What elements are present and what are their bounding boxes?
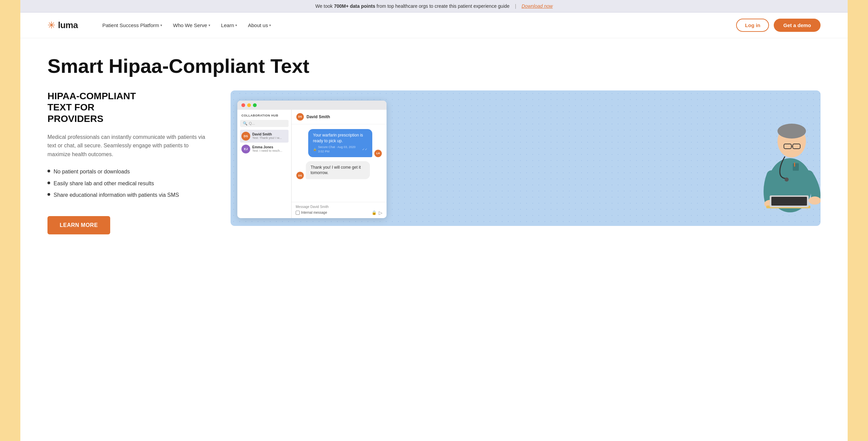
logo-text: luma bbox=[58, 20, 78, 30]
nav-item-learn[interactable]: Learn ▾ bbox=[217, 20, 241, 31]
chat-contact-david[interactable]: DS David Smith Test: Thank you! I w... bbox=[240, 130, 289, 143]
bullet-dot bbox=[47, 182, 50, 184]
chat-header-name: David Smith bbox=[307, 114, 330, 119]
banner-text-before: We took bbox=[315, 3, 334, 9]
get-demo-button[interactable]: Get a demo bbox=[774, 19, 821, 32]
chat-header-avatar: DS bbox=[296, 113, 304, 121]
traffic-light-red bbox=[241, 103, 245, 107]
message-row-received: DS Thank you! I will come get it tomorro… bbox=[296, 161, 382, 180]
message-row-sent: Your warfarin prescription is ready to p… bbox=[296, 129, 382, 157]
checkbox-square bbox=[296, 211, 300, 215]
nav-item-about[interactable]: About us ▾ bbox=[244, 20, 275, 31]
banner-text-after: from top healthcare orgs to create this … bbox=[377, 3, 510, 9]
nav-actions: Log in Get a demo bbox=[736, 19, 821, 32]
message-meta-sent: 🔒 Secure Chat · Aug 03, 2020 3:02 PM ✓✓ bbox=[313, 145, 368, 153]
message-text-sent: Your warfarin prescription is ready to p… bbox=[313, 132, 368, 144]
chat-body: COLLABORATION HUB 🔍 Q... DS David Smith bbox=[237, 110, 387, 218]
message-avatar-ds: DS bbox=[296, 172, 304, 179]
chat-messages: Your warfarin prescription is ready to p… bbox=[292, 124, 387, 202]
traffic-light-yellow bbox=[247, 103, 251, 107]
doctor-illustration bbox=[753, 97, 821, 226]
contact-preview-david: Test: Thank you! I w... bbox=[252, 136, 287, 140]
svg-rect-8 bbox=[794, 163, 795, 167]
chat-titlebar bbox=[237, 101, 387, 110]
logo-star-icon: ✳ bbox=[47, 20, 55, 31]
hero-left: HIPAA-COMPLIANT TEXT FOR PROVIDERS Medic… bbox=[47, 90, 210, 234]
nav-label-about: About us bbox=[248, 22, 268, 28]
search-placeholder: Q... bbox=[249, 121, 255, 125]
side-panel-left bbox=[0, 0, 20, 255]
nav-items: Patient Success Platform ▾ Who We Serve … bbox=[98, 20, 736, 31]
top-banner: We took 700M+ data points from top healt… bbox=[20, 0, 848, 13]
svg-rect-13 bbox=[771, 197, 807, 206]
chat-sidebar: COLLABORATION HUB 🔍 Q... DS David Smith bbox=[237, 110, 292, 218]
hero-content: HIPAA-COMPLIANT TEXT FOR PROVIDERS Medic… bbox=[47, 90, 821, 234]
contact-info-david: David Smith Test: Thank you! I w... bbox=[252, 132, 287, 140]
chat-main: DS David Smith Your warfarin prescriptio… bbox=[292, 110, 387, 218]
chevron-down-icon: ▾ bbox=[209, 23, 210, 27]
internal-message-checkbox[interactable]: Internal message bbox=[296, 211, 327, 215]
chat-input-area: Message David Smith Internal message 🔒 bbox=[292, 202, 387, 218]
nav-label-platform: Patient Success Platform bbox=[102, 22, 159, 28]
side-panel-right bbox=[848, 0, 868, 255]
message-bubble-sent: Your warfarin prescription is ready to p… bbox=[308, 129, 372, 157]
chevron-down-icon: ▾ bbox=[269, 23, 271, 27]
nav-item-platform[interactable]: Patient Success Platform ▾ bbox=[98, 20, 166, 31]
internal-message-label: Internal message bbox=[301, 211, 327, 214]
login-button[interactable]: Log in bbox=[736, 19, 769, 32]
lock-icon: 🔒 bbox=[372, 210, 377, 215]
svg-rect-7 bbox=[793, 163, 799, 171]
hero-subtitle: HIPAA-COMPLIANT TEXT FOR PROVIDERS bbox=[47, 90, 210, 125]
chat-contact-emma[interactable]: EJ Emma Jones Test: I need to resch... bbox=[240, 143, 289, 155]
learn-more-button[interactable]: LEARN MORE bbox=[47, 216, 110, 234]
svg-point-10 bbox=[809, 196, 821, 205]
bullet-dot bbox=[47, 193, 50, 196]
contact-preview-emma: Test: I need to resch... bbox=[252, 149, 287, 152]
navbar: ✳ luma Patient Success Platform ▾ Who We… bbox=[20, 13, 848, 38]
contact-name-david: David Smith bbox=[252, 132, 287, 136]
message-avatar-lh: LH bbox=[374, 150, 382, 157]
banner-separator: | bbox=[515, 3, 516, 9]
hero-section: Smart Hipaa-Compliant Text HIPAA-COMPLIA… bbox=[20, 38, 848, 255]
bullet-item-3: Share educational information with patie… bbox=[47, 191, 210, 199]
chevron-down-icon: ▾ bbox=[160, 23, 162, 27]
avatar-ej: EJ bbox=[241, 145, 250, 153]
chat-input-bar: Internal message 🔒 ▷ bbox=[296, 210, 382, 215]
banner-bold-text: 700M+ data points bbox=[334, 3, 375, 9]
traffic-light-green bbox=[253, 103, 257, 107]
bullet-item-2: Easily share lab and other medical resul… bbox=[47, 180, 210, 187]
bullet-dot bbox=[47, 170, 50, 172]
avatar-ds: DS bbox=[241, 132, 250, 141]
contact-name-emma: Emma Jones bbox=[252, 145, 287, 149]
hero-bullets: No patient portals or downloads Easily s… bbox=[47, 168, 210, 199]
logo[interactable]: ✳ luma bbox=[47, 20, 78, 31]
chat-window: COLLABORATION HUB 🔍 Q... DS David Smith bbox=[237, 101, 387, 218]
search-icon: 🔍 bbox=[243, 121, 248, 126]
svg-point-6 bbox=[785, 177, 789, 182]
hero-right: COLLABORATION HUB 🔍 Q... DS David Smith bbox=[231, 90, 821, 233]
hero-title: Smart Hipaa-Compliant Text bbox=[47, 55, 821, 77]
bullet-item-1: No patient portals or downloads bbox=[47, 168, 210, 175]
message-bubble-received: Thank you! I will come get it tomorrow. bbox=[306, 161, 370, 180]
chevron-down-icon: ▾ bbox=[235, 23, 237, 27]
banner-download-link[interactable]: Download now bbox=[521, 3, 553, 9]
contact-info-emma: Emma Jones Test: I need to resch... bbox=[252, 145, 287, 152]
chat-header-bar: DS David Smith bbox=[292, 110, 387, 124]
message-text-received: Thank you! I will come get it tomorrow. bbox=[311, 165, 365, 176]
chat-sidebar-title: COLLABORATION HUB bbox=[240, 112, 289, 120]
nav-item-who-we-serve[interactable]: Who We Serve ▾ bbox=[169, 20, 214, 31]
chat-search-bar[interactable]: 🔍 Q... bbox=[240, 120, 289, 127]
svg-point-2 bbox=[777, 124, 806, 139]
hero-description: Medical professionals can instantly comm… bbox=[47, 133, 210, 159]
send-icon[interactable]: ▷ bbox=[379, 210, 382, 215]
nav-label-who-we-serve: Who We Serve bbox=[173, 22, 207, 28]
illustration-background: COLLABORATION HUB 🔍 Q... DS David Smith bbox=[231, 90, 821, 226]
chat-input-label: Message David Smith bbox=[296, 205, 382, 209]
nav-label-learn: Learn bbox=[221, 22, 234, 28]
